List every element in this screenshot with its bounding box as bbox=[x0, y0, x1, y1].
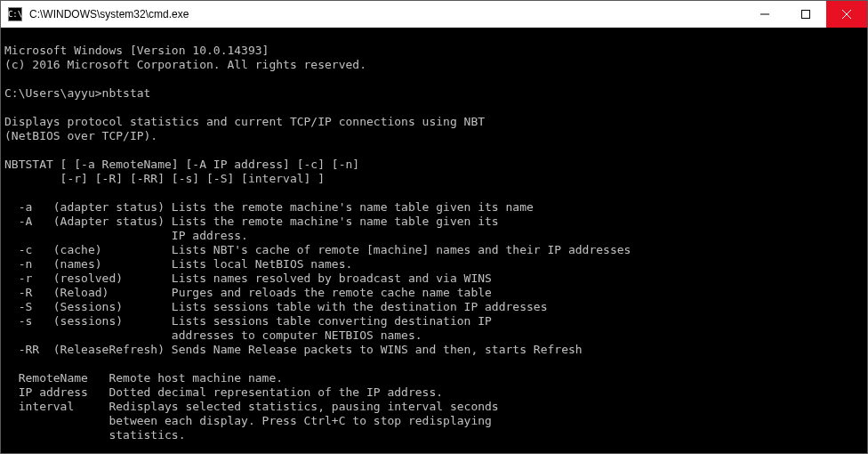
option-line: -A (Adapter status) Lists the remote mac… bbox=[4, 215, 499, 228]
svg-rect-1 bbox=[802, 11, 810, 19]
maximize-button[interactable] bbox=[785, 1, 826, 28]
banner-line: (c) 2016 Microsoft Corporation. All righ… bbox=[4, 58, 366, 71]
arg-line: IP address Dotted decimal representation… bbox=[4, 385, 443, 399]
option-line: -S (Sessions) Lists sessions table with … bbox=[4, 300, 547, 313]
titlebar[interactable]: C:\ C:\WINDOWS\system32\cmd.exe bbox=[1, 1, 867, 28]
window-title: C:\WINDOWS\system32\cmd.exe bbox=[28, 8, 744, 20]
option-line: -s (sessions) Lists sessions table conve… bbox=[4, 314, 492, 328]
prompt-line: C:\Users\ayyu>nbtstat bbox=[4, 86, 150, 100]
window-controls bbox=[744, 1, 867, 28]
option-line: -n (names) Lists local NetBIOS names. bbox=[4, 257, 352, 271]
option-line: -c (cache) Lists NBT's cache of remote [… bbox=[4, 243, 631, 256]
option-line: -RR (ReleaseRefresh) Sends Name Release … bbox=[4, 343, 583, 356]
option-line: IP address. bbox=[4, 229, 248, 242]
banner-line: Microsoft Windows [Version 10.0.14393] bbox=[4, 44, 269, 57]
option-line: -a (adapter status) Lists the remote mac… bbox=[4, 200, 534, 214]
arg-line: interval Redisplays selected statistics,… bbox=[4, 400, 499, 413]
cmd-window: C:\ C:\WINDOWS\system32\cmd.exe Microsof… bbox=[0, 0, 868, 454]
desc-line: (NetBIOS over TCP/IP). bbox=[4, 129, 157, 142]
option-line: -r (resolved) Lists names resolved by br… bbox=[4, 272, 492, 285]
arg-line: between each display. Press Ctrl+C to st… bbox=[4, 414, 492, 427]
desc-line: Displays protocol statistics and current… bbox=[4, 115, 485, 128]
usage-line: [-r] [-R] [-RR] [-s] [-S] [interval] ] bbox=[4, 172, 325, 185]
arg-line: RemoteName Remote host machine name. bbox=[4, 371, 283, 385]
terminal-output[interactable]: Microsoft Windows [Version 10.0.14393] (… bbox=[1, 28, 867, 453]
option-line: addresses to computer NETBIOS names. bbox=[4, 328, 422, 342]
arg-line: statistics. bbox=[4, 428, 186, 442]
close-button[interactable] bbox=[826, 1, 867, 28]
cmd-icon: C:\ bbox=[8, 7, 22, 21]
option-line: -R (Reload) Purges and reloads the remot… bbox=[4, 286, 492, 299]
usage-line: NBTSTAT [ [-a RemoteName] [-A IP address… bbox=[4, 158, 359, 171]
minimize-button[interactable] bbox=[744, 1, 785, 28]
